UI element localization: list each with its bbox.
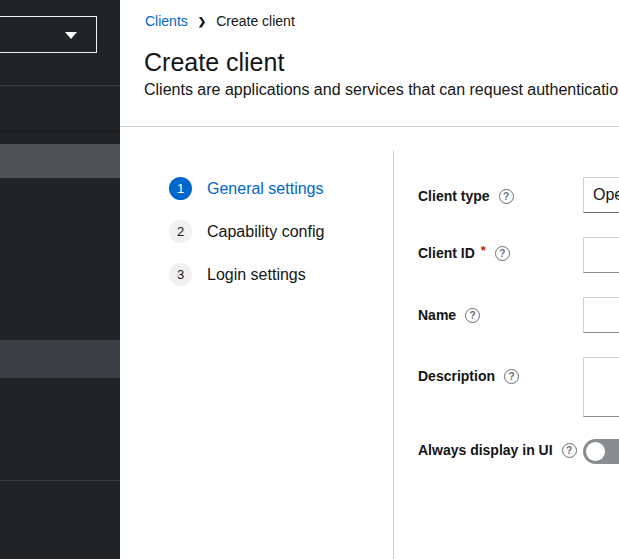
client-id-input[interactable] (583, 237, 619, 273)
sidebar-item[interactable] (0, 340, 120, 378)
help-icon[interactable]: ? (499, 189, 514, 204)
step-label: General settings (207, 180, 324, 198)
description-textarea[interactable] (583, 357, 619, 417)
help-icon[interactable]: ? (465, 308, 480, 323)
help-icon[interactable]: ? (495, 246, 510, 261)
client-id-label: Client ID * ? (418, 245, 510, 261)
step-number-badge: 3 (169, 263, 192, 286)
wizard-step-login-settings[interactable]: 3 Login settings (169, 263, 324, 286)
page-description: Clients are applications and services th… (144, 81, 619, 99)
sidebar-divider (0, 85, 120, 86)
help-icon[interactable]: ? (504, 369, 519, 384)
name-input[interactable] (583, 297, 619, 333)
step-number-badge: 1 (169, 177, 192, 200)
sidebar-nav (0, 0, 120, 559)
breadcrumb-link-clients[interactable]: Clients (145, 13, 188, 29)
sidebar-divider-bottom (0, 480, 120, 481)
sidebar-item-selected[interactable] (0, 144, 120, 178)
wizard-step-general-settings[interactable]: 1 General settings (169, 177, 324, 200)
page-title: Create client (144, 48, 284, 77)
step-label: Capability config (207, 223, 324, 241)
keycloak-create-client-screen: Clients ❯ Create client Create client Cl… (0, 0, 619, 559)
step-number-badge: 2 (169, 220, 192, 243)
wizard-form-divider (393, 150, 394, 559)
breadcrumb-current-page: Create client (216, 13, 295, 29)
header-divider (120, 126, 619, 127)
help-icon[interactable]: ? (562, 443, 577, 458)
caret-down-icon (65, 32, 77, 39)
realm-selector-dropdown[interactable] (0, 16, 97, 53)
breadcrumb: Clients ❯ Create client (145, 13, 295, 29)
description-label: Description ? (418, 368, 519, 384)
name-label: Name ? (418, 307, 480, 323)
breadcrumb-separator-icon: ❯ (198, 16, 206, 27)
required-asterisk: * (481, 243, 486, 258)
client-type-label: Client type ? (418, 188, 514, 204)
sidebar-section-divider (0, 130, 120, 132)
always-display-in-ui-label: Always display in UI ? (418, 442, 577, 458)
toggle-knob (586, 442, 605, 461)
client-type-select[interactable]: OpenID Connect (583, 177, 619, 213)
always-display-in-ui-toggle[interactable] (583, 439, 619, 464)
wizard-step-capability-config[interactable]: 2 Capability config (169, 220, 324, 243)
wizard-steps: 1 General settings 2 Capability config 3… (169, 177, 324, 306)
step-label: Login settings (207, 266, 306, 284)
